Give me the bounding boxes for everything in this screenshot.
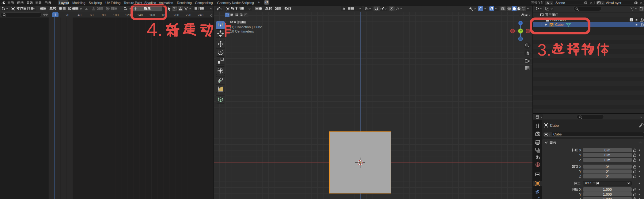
svg-text:Z: Z	[520, 21, 521, 25]
svg-text:-Y: -Y	[519, 29, 522, 33]
